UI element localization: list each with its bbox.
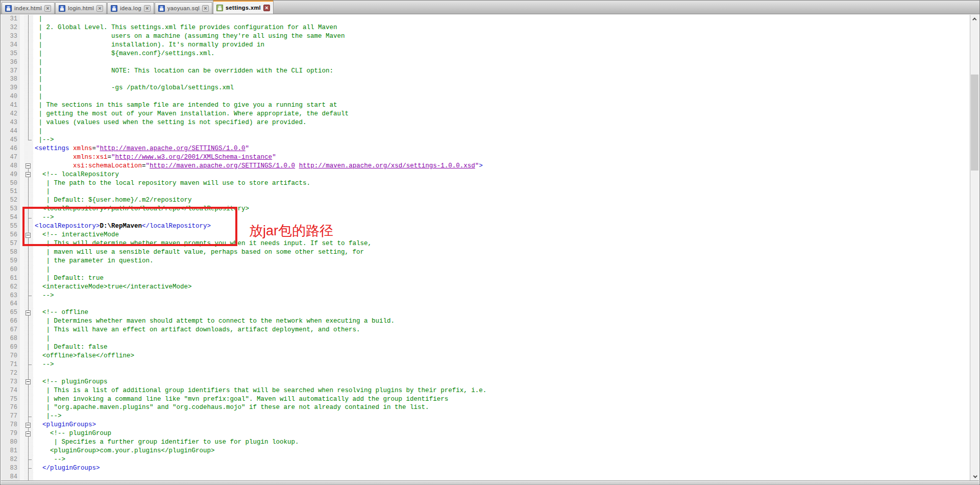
bookmark-margin[interactable] — [20, 118, 24, 127]
code-text[interactable]: | when invoking a command line like "mvn… — [33, 395, 970, 404]
close-icon[interactable]: × — [96, 5, 103, 12]
code-text[interactable] — [33, 369, 970, 378]
fold-collapse-icon[interactable] — [26, 310, 31, 316]
line-number[interactable]: 57 — [1, 239, 20, 248]
tab-yaoyuan.sql[interactable]: yaoyuan.sql× — [155, 2, 212, 14]
close-icon[interactable]: × — [202, 5, 209, 12]
scroll-up-button[interactable] — [970, 15, 979, 23]
line-number[interactable]: 68 — [1, 334, 20, 343]
line-number[interactable]: 53 — [1, 205, 20, 213]
bookmark-margin[interactable] — [20, 50, 24, 58]
bookmark-margin[interactable] — [20, 395, 24, 404]
line-number[interactable]: 35 — [1, 50, 20, 58]
code-text[interactable]: | the parameter in question. — [33, 257, 970, 265]
code-text[interactable]: | — [33, 15, 970, 23]
line-number[interactable]: 79 — [1, 429, 20, 438]
tab-idea.log[interactable]: idea.log× — [107, 2, 154, 14]
bookmark-margin[interactable] — [20, 171, 24, 179]
code-text[interactable]: | maven will use a sensible default valu… — [33, 248, 970, 257]
code-text[interactable]: | Specifies a further group identifier t… — [33, 438, 970, 447]
code-text[interactable]: <!-- pluginGroup — [33, 429, 970, 438]
code-text[interactable]: --> — [33, 292, 970, 300]
code-text[interactable]: <!-- offline — [33, 308, 970, 317]
bookmark-margin[interactable] — [20, 464, 24, 473]
line-number[interactable]: 38 — [1, 75, 20, 84]
line-number[interactable]: 40 — [1, 92, 20, 101]
line-number[interactable]: 39 — [1, 84, 20, 92]
bookmark-margin[interactable] — [20, 15, 24, 23]
bookmark-margin[interactable] — [20, 421, 24, 429]
code-text[interactable]: <offline>false</offline> — [33, 352, 970, 360]
bookmark-margin[interactable] — [20, 352, 24, 360]
line-number[interactable]: 69 — [1, 343, 20, 352]
line-number[interactable]: 42 — [1, 110, 20, 118]
line-number[interactable]: 83 — [1, 464, 20, 473]
bookmark-margin[interactable] — [20, 343, 24, 352]
code-text[interactable]: | Determines whether maven should attemp… — [33, 317, 970, 326]
bookmark-margin[interactable] — [20, 179, 24, 188]
code-text[interactable]: xmlns:xsi="http://www.w3.org/2001/XMLSch… — [33, 153, 970, 162]
line-number[interactable]: 66 — [1, 317, 20, 326]
line-number[interactable]: 31 — [1, 15, 20, 23]
bookmark-margin[interactable] — [20, 32, 24, 41]
code-text[interactable]: | — [33, 265, 970, 274]
line-number[interactable]: 62 — [1, 283, 20, 292]
code-text[interactable]: | — [33, 58, 970, 67]
bookmark-margin[interactable] — [20, 162, 24, 171]
line-number[interactable]: 74 — [1, 386, 20, 395]
code-text[interactable]: <interactiveMode>true</interactiveMode> — [33, 283, 970, 292]
line-number[interactable]: 54 — [1, 213, 20, 222]
fold-collapse-icon[interactable] — [26, 431, 31, 436]
bookmark-margin[interactable] — [20, 274, 24, 283]
line-number[interactable]: 84 — [1, 473, 20, 480]
line-number[interactable]: 44 — [1, 127, 20, 136]
bookmark-margin[interactable] — [20, 110, 24, 118]
bookmark-margin[interactable] — [20, 300, 24, 308]
bookmark-margin[interactable] — [20, 447, 24, 455]
bookmark-margin[interactable] — [20, 257, 24, 265]
bookmark-margin[interactable] — [20, 292, 24, 300]
fold-collapse-icon[interactable] — [26, 172, 31, 177]
line-number[interactable]: 61 — [1, 274, 20, 283]
tab-login.html[interactable]: login.html× — [55, 2, 107, 14]
text-editor[interactable]: 31 |32 | 2. Global Level. This settings.… — [1, 15, 970, 480]
code-text[interactable]: <!-- pluginGroups — [33, 378, 970, 386]
code-text[interactable]: | "org.apache.maven.plugins" and "org.co… — [33, 403, 970, 412]
scroll-down-button[interactable] — [970, 472, 979, 480]
line-number[interactable]: 76 — [1, 403, 20, 412]
code-text[interactable]: | This is a list of additional group ide… — [33, 386, 970, 395]
line-number[interactable]: 65 — [1, 308, 20, 317]
line-number[interactable]: 78 — [1, 421, 20, 429]
line-number[interactable]: 55 — [1, 222, 20, 231]
code-text[interactable]: | — [33, 187, 970, 196]
vertical-scrollbar[interactable] — [970, 15, 979, 480]
line-number[interactable]: 60 — [1, 265, 20, 274]
bookmark-margin[interactable] — [20, 412, 24, 421]
bookmark-margin[interactable] — [20, 127, 24, 136]
bookmark-margin[interactable] — [20, 101, 24, 110]
close-icon[interactable]: × — [263, 5, 270, 11]
code-text[interactable]: | users on a machine (assuming they're a… — [33, 32, 970, 41]
line-number[interactable]: 63 — [1, 292, 20, 300]
bookmark-margin[interactable] — [20, 23, 24, 32]
code-text[interactable]: | 2. Global Level. This settings.xml fil… — [33, 23, 970, 32]
bookmark-margin[interactable] — [20, 334, 24, 343]
code-text[interactable]: xsi:schemaLocation="http://maven.apache.… — [33, 162, 970, 171]
line-number[interactable]: 48 — [1, 162, 20, 171]
line-number[interactable]: 33 — [1, 32, 20, 41]
code-text[interactable]: |--> — [33, 412, 970, 421]
tab-index.html[interactable]: index.html× — [2, 2, 55, 14]
bookmark-margin[interactable] — [20, 75, 24, 84]
bookmark-margin[interactable] — [20, 187, 24, 196]
code-text[interactable]: --> — [33, 455, 970, 464]
code-text[interactable]: | The path to the local repository maven… — [33, 179, 970, 188]
bookmark-margin[interactable] — [20, 378, 24, 386]
line-number[interactable]: 75 — [1, 395, 20, 404]
bookmark-margin[interactable] — [20, 84, 24, 92]
line-number[interactable]: 64 — [1, 300, 20, 308]
bookmark-margin[interactable] — [20, 265, 24, 274]
line-number[interactable]: 45 — [1, 136, 20, 144]
bookmark-margin[interactable] — [20, 317, 24, 326]
line-number[interactable]: 58 — [1, 248, 20, 257]
bookmark-margin[interactable] — [20, 144, 24, 153]
